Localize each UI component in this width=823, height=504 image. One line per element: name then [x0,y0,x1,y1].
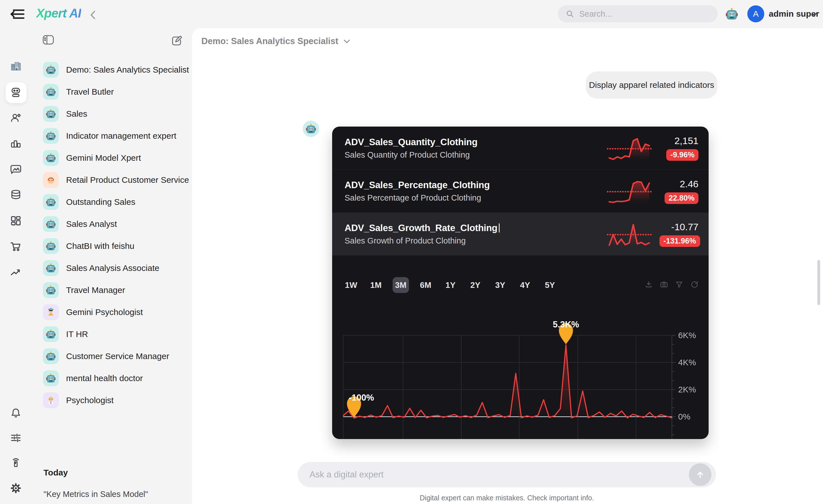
growth-rate-chart[interactable]: 2024-10-022024-10-182024-11-042024-11-20… [343,311,676,439]
y-axis-label: 4K% [678,358,709,367]
y-axis-label: 0% [678,412,709,422]
indicator-card: ADV_Sales_Quantity_Clothing Sales Quanti… [332,127,709,439]
agent-avatar [43,62,59,78]
metric-delta-badge: -9.96% [666,149,698,161]
user-settings-icon[interactable] [0,108,32,128]
agent-avatar [43,260,59,276]
cart-icon[interactable] [0,236,32,257]
metric-delta-badge: -131.96% [659,235,700,247]
sidebar-agent-item[interactable]: Indicator management expert [32,125,192,147]
search-input[interactable] [579,9,710,19]
sidebar-agent-item[interactable]: Sales Analysis Associate [32,257,192,279]
agent-label: Outstanding Sales [66,197,135,207]
organization-icon[interactable] [0,56,32,76]
svg-text:-100%: -100% [349,393,374,402]
remote-broadcast-icon[interactable] [0,452,32,473]
media-chat-icon[interactable] [0,159,32,179]
agent-label: IT HR [66,329,88,339]
main-area: Demo: Sales Analytics Specialist Display… [192,28,823,504]
agent-avatar [43,106,59,122]
scrollbar-thumb[interactable] [817,260,820,305]
filter-icon[interactable] [675,280,683,289]
sidebar-agent-item[interactable]: Psychologist [32,389,192,411]
time-range-button[interactable]: 2Y [467,277,484,293]
agent-avatar [43,150,59,166]
today-section-label: Today [43,468,68,477]
time-range-button[interactable]: 3M [392,277,409,293]
time-range-button[interactable]: 1Y [442,277,459,293]
agent-label: Gemini Psychologist [66,307,143,317]
sidebar-agent-item[interactable]: Sales Analyst [32,213,192,235]
bell-icon[interactable] [0,403,32,424]
chevron-left-icon[interactable] [90,10,96,20]
metric-value: -10.77 [659,221,698,232]
dashboard-icon[interactable] [0,211,32,231]
refresh-icon[interactable] [690,280,699,289]
app-logo[interactable]: Xpert AI [36,6,81,20]
metric-row[interactable]: ADV_Sales_Growth_Rate_Clothing Sales Gro… [332,212,709,256]
agent-label: Sales Analyst [66,219,117,229]
chat-history-list: "Key Metrics in Sales Model""Key Sales M… [32,485,192,504]
sidebar-agent-item[interactable]: Retail Product Customer Service [32,169,192,191]
metric-value: 2.46 [659,179,698,190]
agent-avatar [43,282,59,298]
prompt-input[interactable] [309,469,689,480]
y-axis-label: 6K% [678,331,709,340]
sidebar-agent-item[interactable]: Travel Butler [32,81,192,103]
agent-sidebar: Demo: Sales Analytics Specialist Travel … [32,28,192,504]
agent-avatar [43,216,59,232]
agent-label: Retail Product Customer Service [66,175,189,185]
sidebar-agent-item[interactable]: mental health doctor [32,367,192,389]
metric-name: ADV_Sales_Quantity_Clothing [345,137,607,148]
camera-icon[interactable] [660,280,668,289]
send-button[interactable] [689,463,711,486]
time-range-button[interactable]: 5Y [542,277,558,293]
svg-text:5.3K%: 5.3K% [553,320,579,329]
sidebar-agent-item[interactable]: Gemini Psychologist [32,301,192,323]
agent-avatar [43,128,59,144]
agent-avatar [43,172,59,188]
time-range-buttons: 1W1M3M6M1Y2Y3Y4Y5Y [343,277,558,293]
agent-label: Customer Service Manager [66,351,169,361]
sidebar-agent-item[interactable]: ChatBI with feishu [32,235,192,257]
metric-row-list: ADV_Sales_Quantity_Clothing Sales Quanti… [332,127,709,256]
gear-icon[interactable] [0,478,32,498]
agent-label: Travel Manager [66,285,125,295]
assistant-robot-icon[interactable] [725,8,738,21]
assistant-avatar [303,121,319,137]
chevron-down-icon [343,39,350,43]
metric-row[interactable]: ADV_Sales_Percentage_Clothing Sales Perc… [332,170,709,212]
agent-avatar [43,304,59,320]
sidebar-agent-item[interactable]: Customer Service Manager [32,345,192,367]
sidebar-agent-item[interactable]: Travel Manager [32,279,192,301]
metric-row[interactable]: ADV_Sales_Quantity_Clothing Sales Quanti… [332,127,709,170]
database-icon[interactable] [0,184,32,205]
time-range-button[interactable]: 4Y [517,277,533,293]
sidebar-agent-item[interactable]: Gemini Model Xpert [32,147,192,169]
panel-collapse-icon[interactable] [42,34,54,45]
collapse-menu-icon[interactable] [10,7,26,21]
sidebar-agent-item[interactable]: IT HR [32,323,192,345]
time-range-button[interactable]: 6M [418,277,434,293]
agent-avatar [43,84,59,100]
xpert-agent-icon[interactable] [0,82,32,103]
download-icon[interactable] [645,280,653,289]
sidebar-agent-item[interactable]: Sales [32,103,192,125]
conversation-title-text: Demo: Sales Analytics Specialist [201,36,338,46]
user-avatar[interactable]: A [747,5,764,22]
chat-history-item[interactable]: "Key Metrics in Sales Model" [32,485,192,503]
new-chat-icon[interactable] [171,35,182,47]
conversation-title[interactable]: Demo: Sales Analytics Specialist [201,36,350,46]
time-range-button[interactable]: 3Y [492,277,508,293]
trend-up-icon[interactable] [0,262,32,283]
bar-chart-icon[interactable] [0,134,32,154]
sidebar-agent-item[interactable]: Demo: Sales Analytics Specialist [32,59,192,81]
sliders-icon[interactable] [0,428,32,448]
metric-sparkline [607,178,652,204]
sidebar-agent-item[interactable]: Outstanding Sales [32,191,192,213]
agent-avatar [43,238,59,254]
search-bar[interactable] [558,5,718,22]
time-range-button[interactable]: 1W [343,277,359,293]
time-range-button[interactable]: 1M [368,277,384,293]
user-menu-chevron-icon[interactable] [811,12,817,16]
